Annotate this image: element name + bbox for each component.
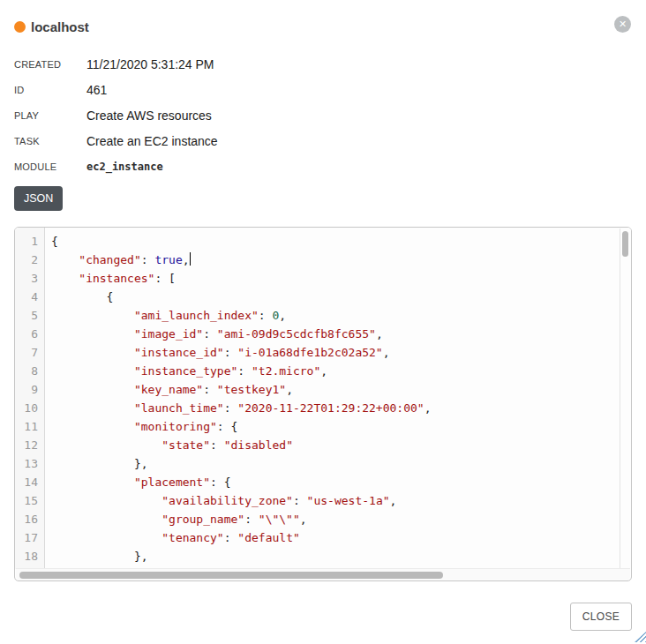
code-line: "instance_id": "i-01a68dfe1b2c02a52", — [51, 343, 631, 362]
modal-footer: CLOSE — [14, 603, 632, 631]
code-line: "instances": [ — [51, 269, 631, 288]
close-button[interactable]: CLOSE — [570, 603, 632, 631]
code-line: }, — [51, 454, 631, 473]
line-number: 12 — [15, 436, 38, 454]
detail-value: 11/21/2020 5:31:24 PM — [86, 57, 214, 71]
detail-value: 461 — [86, 83, 107, 97]
editor-body: 123456789101112131415161718 { "changed":… — [15, 228, 631, 569]
code-line: "tenancy": "default" — [51, 528, 631, 547]
detail-row: CREATED11/21/2020 5:31:24 PM — [14, 51, 632, 77]
code-line: }, — [51, 547, 631, 565]
code-line: "key_name": "testkey1", — [51, 380, 631, 399]
code-line: "availability_zone": "us-west-1a", — [51, 491, 631, 510]
detail-row: MODULEec2_instance — [14, 154, 632, 179]
host-event-modal: localhost ✕ CREATED11/21/2020 5:31:24 PM… — [0, 0, 646, 644]
detail-row: ID461 — [14, 77, 632, 102]
code-lines[interactable]: { "changed": true, "instances": [ { "ami… — [45, 228, 631, 569]
line-number: 7 — [15, 343, 38, 362]
close-icon[interactable]: ✕ — [614, 16, 631, 33]
detail-label: PLAY — [14, 110, 86, 121]
line-number: 1 — [15, 232, 38, 251]
detail-value: Create AWS resources — [86, 109, 212, 123]
code-line: "state": "disabled" — [51, 436, 631, 454]
line-number: 17 — [15, 528, 38, 547]
code-line: "launch_time": "2020-11-22T01:29:22+00:0… — [51, 399, 631, 417]
resize-grip-icon[interactable] — [635, 632, 646, 642]
line-number: 4 — [15, 288, 38, 306]
line-number: 5 — [15, 306, 38, 325]
detail-row: TASKCreate an EC2 instance — [14, 128, 632, 154]
code-line: "ami_launch_index": 0, — [51, 306, 631, 325]
line-number: 8 — [15, 362, 38, 380]
detail-value: Create an EC2 instance — [86, 134, 218, 148]
vertical-scrollbar-thumb[interactable] — [622, 231, 628, 257]
line-number: 13 — [15, 454, 38, 473]
vertical-scrollbar[interactable] — [620, 228, 630, 568]
line-number: 18 — [15, 547, 38, 565]
detail-label: ID — [14, 85, 86, 95]
host-title: localhost — [31, 19, 89, 34]
detail-value: ec2_instance — [86, 161, 163, 173]
line-number: 6 — [15, 325, 38, 343]
json-tab-button[interactable]: JSON — [14, 186, 63, 211]
line-number-gutter: 123456789101112131415161718 — [15, 228, 45, 569]
line-number: 11 — [15, 417, 38, 436]
event-details: CREATED11/21/2020 5:31:24 PMID461PLAYCre… — [14, 51, 632, 179]
detail-row: PLAYCreate AWS resources — [14, 102, 632, 128]
line-number: 9 — [15, 380, 38, 399]
modal-header: localhost ✕ — [14, 14, 632, 39]
view-tabs: JSON — [14, 186, 632, 211]
host-status-dot — [14, 21, 26, 33]
code-line: "group_name": "\"\"", — [51, 510, 631, 528]
line-number: 14 — [15, 473, 38, 491]
code-line: "placement": { — [51, 473, 631, 491]
line-number: 2 — [15, 251, 38, 269]
horizontal-scrollbar[interactable] — [16, 568, 630, 580]
detail-label: TASK — [14, 136, 86, 146]
detail-label: CREATED — [14, 59, 86, 70]
horizontal-scrollbar-thumb[interactable] — [19, 572, 443, 579]
text-cursor — [190, 252, 191, 266]
line-number: 16 — [15, 510, 38, 528]
code-line: { — [51, 232, 631, 251]
code-line: "monitoring": { — [51, 417, 631, 436]
line-number: 3 — [15, 269, 38, 288]
line-number: 15 — [15, 491, 38, 510]
code-line: "image_id": "ami-09d9c5cdcfb8fc655", — [51, 325, 631, 343]
code-line: "instance_type": "t2.micro", — [51, 362, 631, 380]
json-code-editor[interactable]: 123456789101112131415161718 { "changed":… — [14, 227, 632, 581]
code-line: "changed": true, — [51, 251, 631, 269]
detail-label: MODULE — [14, 161, 86, 172]
code-line: { — [51, 288, 631, 306]
line-number: 10 — [15, 399, 38, 417]
